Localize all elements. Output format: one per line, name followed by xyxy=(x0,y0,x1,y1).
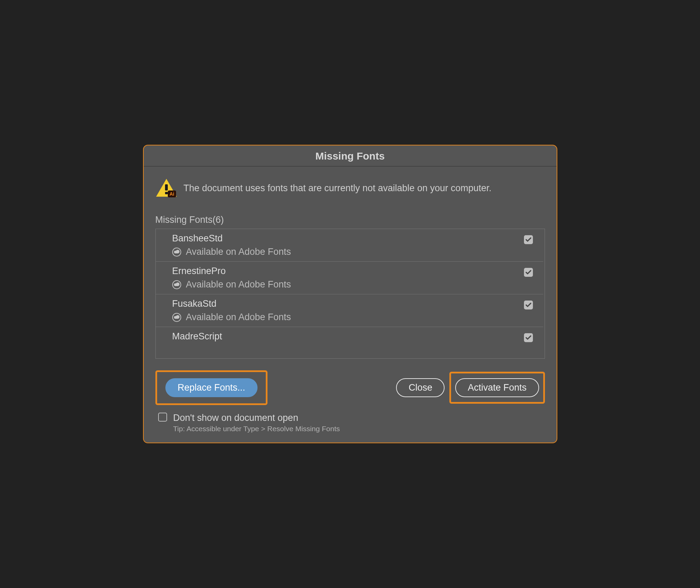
dialog-title: Missing Fonts xyxy=(315,150,385,162)
warning-triangle-icon: Ai xyxy=(155,178,177,198)
font-activate-checkbox[interactable] xyxy=(524,235,533,244)
warning-message: The document uses fonts that are current… xyxy=(184,183,492,194)
font-name: MadreScript xyxy=(172,331,536,342)
font-row: MadreScript xyxy=(156,327,543,349)
font-status: Available on Adobe Fonts xyxy=(186,312,291,323)
dialog-body: Ai The document uses fonts that are curr… xyxy=(144,166,557,443)
dont-show-label: Don't show on document open xyxy=(173,413,340,423)
activate-fonts-button[interactable]: Activate Fonts xyxy=(455,378,539,397)
font-row: BansheeStd Available on Adobe Fonts xyxy=(156,229,543,262)
font-activate-checkbox[interactable] xyxy=(524,301,533,309)
replace-fonts-button[interactable]: Replace Fonts... xyxy=(165,378,258,397)
dont-show-tip: Tip: Accessible under Type > Resolve Mis… xyxy=(173,425,340,433)
font-row: FusakaStd Available on Adobe Fonts xyxy=(156,294,543,327)
svg-rect-2 xyxy=(165,192,168,194)
missing-fonts-dialog: Missing Fonts Ai The document uses fonts… xyxy=(143,145,557,443)
font-name: FusakaStd xyxy=(172,298,536,309)
font-name: ErnestinePro xyxy=(172,266,536,276)
highlight-activate: Activate Fonts xyxy=(449,372,545,404)
missing-fonts-scroll[interactable]: BansheeStd Available on Adobe Fonts xyxy=(156,229,545,358)
close-button[interactable]: Close xyxy=(396,378,445,397)
svg-text:Ai: Ai xyxy=(169,191,174,197)
font-row: ErnestinePro Available on Adobe Fonts xyxy=(156,262,543,294)
creative-cloud-icon xyxy=(172,248,181,257)
missing-fonts-list: BansheeStd Available on Adobe Fonts xyxy=(155,229,545,359)
font-status: Available on Adobe Fonts xyxy=(186,247,291,257)
dialog-titlebar: Missing Fonts xyxy=(144,145,557,166)
font-status: Available on Adobe Fonts xyxy=(186,279,291,290)
dont-show-checkbox[interactable] xyxy=(158,413,167,422)
dont-show-row: Don't show on document open Tip: Accessi… xyxy=(158,413,545,433)
font-activate-checkbox[interactable] xyxy=(524,333,533,342)
font-activate-checkbox[interactable] xyxy=(524,268,533,277)
creative-cloud-icon xyxy=(172,280,181,289)
svg-rect-1 xyxy=(165,184,168,190)
creative-cloud-icon xyxy=(172,313,181,322)
missing-fonts-count-label: Missing Fonts(6) xyxy=(155,215,545,225)
highlight-replace: Replace Fonts... xyxy=(155,370,268,405)
dialog-button-row: Replace Fonts... Close Activate Fonts xyxy=(155,370,545,405)
warning-row: Ai The document uses fonts that are curr… xyxy=(155,178,545,198)
font-name: BansheeStd xyxy=(172,233,536,244)
